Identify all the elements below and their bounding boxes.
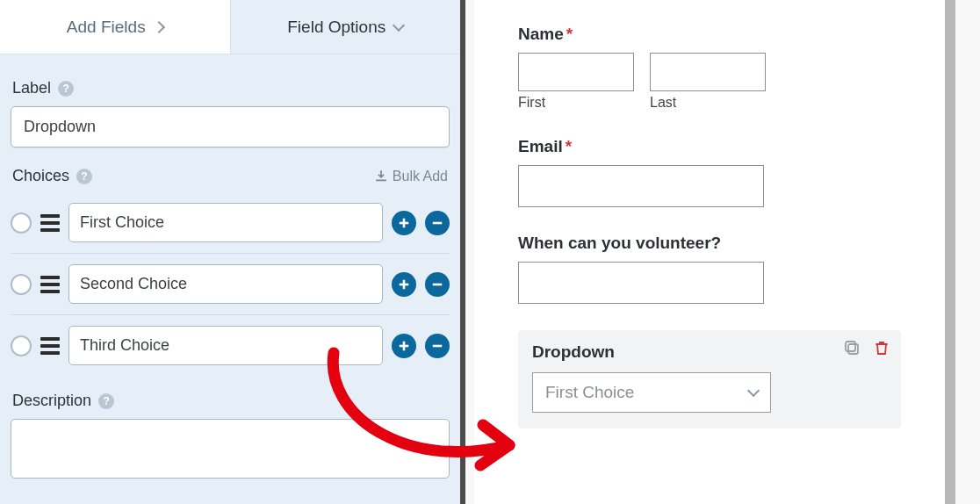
remove-choice-button[interactable]	[425, 272, 450, 297]
remove-choice-button[interactable]	[425, 211, 450, 235]
download-icon	[375, 170, 387, 183]
add-choice-button[interactable]	[392, 272, 416, 297]
tab-field-options[interactable]: Field Options	[231, 0, 461, 54]
first-name-input[interactable]	[518, 53, 634, 91]
help-icon[interactable]: ?	[98, 393, 114, 409]
default-radio[interactable]	[11, 212, 32, 234]
dropdown-selected-value: First Choice	[545, 383, 634, 402]
drag-handle-icon[interactable]	[40, 337, 60, 355]
choice-input[interactable]	[68, 326, 383, 365]
choice-row	[11, 192, 450, 254]
choice-row	[11, 315, 450, 376]
name-field[interactable]: Name* First Last	[518, 25, 901, 111]
email-field[interactable]: Email*	[518, 137, 901, 207]
sub-label: Last	[650, 95, 766, 111]
bulk-add-label: Bulk Add	[393, 169, 448, 184]
dropdown-select[interactable]: First Choice	[532, 372, 771, 413]
label-section-header: Label ?	[12, 79, 450, 97]
chevron-down-icon	[393, 18, 405, 31]
section-title: Label	[12, 79, 51, 97]
field-label-text: When can you volunteer?	[518, 234, 721, 252]
help-icon[interactable]: ?	[76, 169, 92, 184]
drag-handle-icon[interactable]	[40, 276, 60, 293]
field-label-text: Dropdown	[532, 342, 615, 361]
label-input[interactable]	[11, 106, 450, 148]
field-label-text: Name	[518, 25, 564, 43]
choice-row	[11, 254, 450, 315]
default-radio[interactable]	[11, 335, 32, 356]
volunteer-field[interactable]: When can you volunteer?	[518, 234, 901, 304]
required-indicator: *	[566, 25, 573, 43]
field-options-panel: Add Fields Field Options Label ? Choices…	[0, 0, 465, 504]
description-textarea[interactable]	[11, 419, 450, 479]
bulk-add-button[interactable]: Bulk Add	[375, 169, 448, 184]
add-choice-button[interactable]	[392, 334, 416, 358]
duplicate-icon[interactable]	[843, 339, 861, 356]
required-indicator: *	[566, 137, 572, 155]
svg-rect-9	[848, 344, 858, 354]
tab-label: Field Options	[287, 18, 386, 37]
choice-input[interactable]	[68, 264, 383, 304]
section-title: Description	[12, 392, 91, 410]
choice-input[interactable]	[68, 203, 383, 242]
description-section-header: Description ?	[12, 392, 450, 410]
help-icon[interactable]: ?	[58, 81, 74, 97]
chevron-down-icon	[747, 385, 760, 397]
sub-label: First	[518, 95, 634, 111]
panel-tabs: Add Fields Field Options	[0, 0, 460, 54]
volunteer-input[interactable]	[518, 262, 764, 304]
form-preview-panel: Name* First Last Email*	[465, 0, 980, 504]
email-input[interactable]	[518, 165, 764, 207]
last-name-input[interactable]	[650, 53, 766, 91]
choice-list	[11, 192, 450, 376]
tab-add-fields[interactable]: Add Fields	[0, 0, 231, 54]
svg-rect-10	[846, 342, 855, 351]
trash-icon[interactable]	[873, 339, 890, 356]
drag-handle-icon[interactable]	[40, 214, 60, 232]
section-title: Choices	[12, 167, 69, 185]
field-label-text: Email	[518, 137, 563, 155]
chevron-right-icon	[153, 20, 165, 32]
default-radio[interactable]	[11, 274, 32, 295]
add-choice-button[interactable]	[392, 211, 416, 235]
tab-label: Add Fields	[67, 18, 146, 37]
remove-choice-button[interactable]	[425, 334, 450, 358]
dropdown-field-block[interactable]: Dropdown First Choice	[518, 330, 901, 428]
